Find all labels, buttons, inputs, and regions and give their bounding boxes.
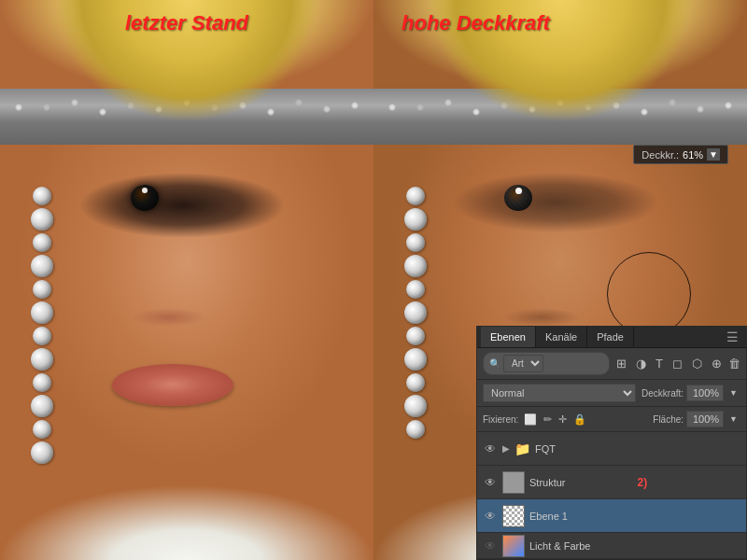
pearl — [406, 420, 425, 439]
visibility-licht-farbe[interactable]: 👁 — [483, 539, 498, 553]
opacity-indicator-value: 61% — [683, 149, 703, 161]
pearl — [31, 255, 53, 277]
pearl — [31, 395, 53, 417]
lock-transparent-icon[interactable]: ⬜ — [522, 413, 539, 427]
pearl — [33, 187, 51, 205]
pearl — [31, 301, 53, 324]
pearl — [404, 348, 427, 371]
fixieren-label: Fixieren: — [483, 414, 518, 425]
pearl — [33, 233, 51, 252]
pearl — [406, 373, 425, 392]
search-box: 🔍 Art — [483, 352, 610, 375]
layer-thumb-licht-farbe — [502, 535, 525, 557]
layer-thumb-struktur — [502, 471, 525, 494]
opacity-input[interactable] — [686, 385, 724, 401]
pearl — [404, 395, 427, 417]
brush-circle — [607, 252, 691, 336]
opacity-dropdown-btn[interactable]: ▼ — [707, 148, 720, 161]
layer-type-dropdown[interactable]: Art — [503, 355, 543, 372]
pearl — [31, 208, 53, 231]
opacity-indicator: Deckkr.: 61% ▼ — [633, 145, 728, 164]
adjustment-layer-icon[interactable]: ◑ — [633, 355, 649, 372]
opacity-group: Deckkraft: ▼ — [641, 385, 740, 401]
pearl — [406, 327, 425, 345]
mask-icon[interactable]: ⬡ — [689, 355, 705, 372]
panel-menu-btn[interactable]: ☰ — [723, 328, 742, 346]
flaeche-label: Fläche: — [653, 414, 684, 425]
tab-ebenen[interactable]: Ebenen — [481, 327, 536, 347]
fill-row: Fixieren: ⬜ ✏ ✛ 🔒 Fläche: ▼ — [477, 407, 746, 432]
pearl — [33, 373, 51, 392]
fill-group: Fläche: ▼ — [653, 411, 740, 427]
tab-kanaele[interactable]: Kanäle — [536, 327, 587, 347]
layer-label2-struktur: 2) — [638, 476, 741, 489]
layer-name-struktur: Struktur — [529, 477, 633, 488]
panel-tabs: Ebenen Kanäle Pfade ☰ — [477, 327, 746, 348]
pearl — [33, 280, 51, 299]
blend-mode-select[interactable]: Normal — [483, 384, 636, 402]
tab-pfade[interactable]: Pfade — [587, 327, 634, 347]
layer-item-fqt[interactable]: 👁 ▶ 📁 FQT — [477, 432, 746, 466]
pearl — [33, 327, 51, 345]
visibility-fqt[interactable]: 👁 — [483, 441, 498, 456]
layer-name-ebene1: Ebene 1 — [529, 511, 740, 522]
folder-icon-fqt: 📁 — [514, 441, 530, 456]
flaeche-input[interactable] — [686, 411, 724, 427]
pearl — [404, 208, 427, 231]
pearl — [31, 441, 53, 464]
layer-name-fqt: FQT — [535, 443, 740, 455]
left-panel-label: letzter Stand — [125, 11, 248, 35]
opacity-indicator-label: Deckkr.: — [641, 149, 679, 161]
lock-paint-icon[interactable]: ✏ — [542, 413, 554, 427]
layer-item-licht-farbe[interactable]: 👁 Licht & Farbe — [477, 533, 746, 559]
pearl — [406, 233, 425, 252]
pearl — [404, 255, 427, 277]
search-icon: 🔍 — [489, 358, 500, 369]
opacity-label: Deckkraft: — [641, 388, 684, 399]
right-panel-label: hohe Deckkraft — [402, 11, 550, 35]
text-tool-icon[interactable]: T — [653, 355, 666, 372]
layer-list: 👁 ▶ 📁 FQT 👁 Struktur 2) 👁 Ebene 1 — [477, 432, 746, 559]
blend-mode-row: Normal Deckkraft: ▼ — [477, 380, 746, 407]
flaeche-arrow-btn[interactable]: ▼ — [726, 413, 740, 426]
eye-highlight-left — [142, 188, 148, 193]
nose-shadow-right — [504, 308, 579, 327]
lock-group: Fixieren: ⬜ ✏ ✛ 🔒 — [483, 413, 647, 427]
pearl — [406, 187, 425, 205]
layer-item-ebene1[interactable]: 👁 Ebene 1 — [477, 499, 746, 533]
lock-icons: ⬜ ✏ ✛ 🔒 — [522, 413, 588, 427]
layer-thumb-ebene1 — [502, 505, 525, 527]
left-panel: letzter Stand — [0, 0, 374, 560]
pearl — [406, 280, 425, 299]
pearl — [404, 301, 427, 324]
visibility-struktur[interactable]: 👁 — [483, 475, 498, 490]
ps-layers-panel: Ebenen Kanäle Pfade ☰ 🔍 Art ⊞ ◑ T ◻ ⬡ — [476, 326, 747, 560]
eye-shadow-left — [79, 173, 285, 238]
pearl — [31, 348, 53, 371]
lock-all-icon[interactable]: 🔒 — [571, 413, 588, 427]
lock-move-icon[interactable]: ✛ — [557, 413, 569, 427]
nose-shadow-left — [131, 308, 205, 327]
new-group-icon[interactable]: ⊞ — [613, 355, 629, 372]
lips-left — [112, 364, 233, 406]
layer-name-licht-farbe: Licht & Farbe — [529, 540, 740, 552]
shape-tool-icon[interactable]: ◻ — [669, 355, 685, 372]
layer-toolbar: 🔍 Art ⊞ ◑ T ◻ ⬡ ⊕ 🗑 — [477, 348, 746, 380]
pearl — [33, 420, 51, 439]
opacity-arrow-btn[interactable]: ▼ — [726, 386, 740, 399]
visibility-ebene1[interactable]: 👁 — [483, 509, 498, 524]
expand-fqt[interactable]: ▶ — [502, 443, 510, 454]
filter-icon[interactable]: ⊕ — [709, 355, 725, 372]
collar-left — [0, 485, 374, 560]
right-panel: Deckkr.: 61% ▼ hohe Deckkraft Ebenen Kan… — [374, 0, 747, 560]
delete-layer-btn[interactable]: 🗑 — [728, 357, 740, 371]
main-container: letzter Stand — [0, 0, 747, 560]
layer-item-struktur[interactable]: 👁 Struktur 2) — [477, 466, 746, 499]
tab-group: Ebenen Kanäle Pfade — [481, 327, 634, 347]
